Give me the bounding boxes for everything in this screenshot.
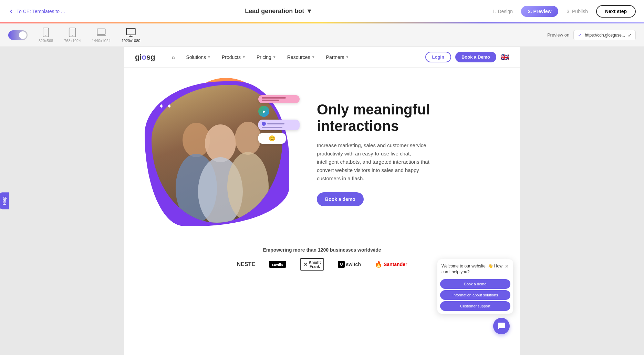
steps-area: 1. Design 2. Preview 3. Publish Next ste… [492, 5, 636, 18]
chat-bubble-1 [258, 95, 300, 103]
logo-o: o [142, 53, 146, 61]
hero-cta-button[interactable]: Book a demo [317, 192, 364, 206]
hero-text-area: Only meaningful interactions Increase ma… [310, 101, 506, 206]
step-2[interactable]: 2. Preview [521, 6, 559, 17]
website-content: giosg ⌂ Solutions ▼ Products ▼ Pricing ▼… [124, 47, 520, 355]
chat-bubble-smile: 😊 [258, 133, 286, 144]
top-bar: To CE: Templates to ... Lead generation … [0, 0, 644, 23]
device-320[interactable]: 320x568 [39, 28, 53, 43]
preview-area: Help giosg ⌂ Solutions ▼ Products ▼ Pric… [0, 47, 644, 355]
chat-info-solutions-button[interactable]: Information about solutions [440, 290, 510, 300]
pricing-caret-icon: ▼ [273, 55, 276, 59]
check-icon: ✓ [578, 32, 582, 38]
chat-customer-support-button[interactable]: Customer support [440, 301, 510, 311]
nav-products-label: Products [222, 54, 241, 60]
site-navigation: giosg ⌂ Solutions ▼ Products ▼ Pricing ▼… [124, 47, 520, 68]
nav-solutions-label: Solutions [186, 54, 206, 60]
switch-label: switch [346, 262, 361, 267]
nav-partners-label: Partners [326, 54, 344, 60]
step-3[interactable]: 3. Publish [567, 9, 588, 14]
bot-avatar: ● [258, 106, 269, 117]
svg-point-11 [227, 152, 269, 221]
chat-book-demo-button[interactable]: Book a demo [440, 279, 510, 289]
chat-fab-icon [497, 322, 506, 330]
kf-cross-icon: ✕ [303, 262, 308, 267]
device-768[interactable]: 768x1024 [64, 28, 81, 43]
site-nav-right: Login Book a Demo 🇬🇧 [425, 52, 509, 62]
home-nav-icon[interactable]: ⌂ [172, 54, 175, 60]
nav-products[interactable]: Products ▼ [222, 54, 246, 60]
bot-title-area: Lead generation bot ▼ [245, 8, 312, 15]
site-logo: giosg [135, 53, 155, 62]
svg-rect-5 [126, 28, 135, 35]
santander-logo: 🔥 Santander [375, 261, 407, 268]
next-step-button[interactable]: Next step [596, 5, 636, 18]
back-arrow-icon [8, 9, 14, 14]
partners-caret-icon: ▼ [345, 55, 349, 59]
preview-url-box[interactable]: ✓ https://cdn.giosguse... ⤢ [573, 30, 636, 40]
step-1[interactable]: 1. Design [492, 9, 513, 14]
nav-pricing[interactable]: Pricing ▼ [257, 54, 276, 60]
preview-url: https://cdn.giosguse... [585, 33, 625, 38]
svg-rect-4 [97, 29, 105, 34]
logo-gio: gi [135, 53, 142, 61]
language-icon[interactable]: 🇬🇧 [500, 53, 509, 61]
uswitch-logo: U switch [338, 261, 361, 268]
help-sidebar-tab[interactable]: Help [0, 193, 9, 210]
book-demo-nav-button[interactable]: Book a Demo [455, 52, 496, 62]
device-1440[interactable]: 1440x1024 [92, 28, 111, 43]
hero-section: ✦ ✦ ● [124, 68, 520, 240]
mobile-icon [41, 28, 51, 37]
device-1440-label: 1440x1024 [92, 39, 111, 43]
hero-title: Only meaningful interactions [317, 101, 506, 135]
preview-on-label: Preview on [547, 32, 569, 38]
knight-frank-label: KnightFrank [309, 260, 321, 268]
nav-pricing-label: Pricing [257, 54, 271, 60]
logo-sg: sg [146, 53, 155, 61]
svg-point-7 [205, 124, 236, 162]
dropdown-arrow-icon[interactable]: ▼ [306, 8, 312, 15]
nav-resources[interactable]: Resources ▼ [287, 54, 315, 60]
external-link-icon: ⤢ [628, 33, 631, 38]
laptop-icon [96, 28, 106, 37]
device-bar: 320x568 768x1024 1440x1024 1920x1080 Pre… [0, 23, 644, 47]
device-1920[interactable]: 1920x1080 [122, 28, 140, 43]
neste-logo: NESTE [237, 261, 255, 267]
svg-point-1 [45, 35, 46, 36]
bot-title: Lead generation bot [245, 8, 304, 15]
chat-bubble-2 [258, 120, 300, 130]
device-768-label: 768x1024 [64, 39, 81, 43]
desktop-icon [126, 28, 136, 37]
santander-label: Santander [384, 262, 407, 267]
preview-toggle[interactable] [8, 30, 28, 40]
nav-partners[interactable]: Partners ▼ [326, 54, 349, 60]
u-box-icon: U [338, 261, 345, 268]
knight-frank-logo: ✕ KnightFrank [300, 258, 324, 271]
nav-resources-label: Resources [287, 54, 310, 60]
nav-solutions[interactable]: Solutions ▼ [186, 54, 211, 60]
chat-greeting: Welcome to our website! 👋 How can I help… [442, 263, 505, 275]
chat-ui-overlays: ● 😊 [258, 95, 300, 144]
device-320-label: 320x568 [39, 39, 53, 43]
savills-logo: savills [269, 261, 286, 268]
avatar-circle-row: ● [258, 106, 300, 117]
chat-fab-button[interactable] [493, 318, 510, 334]
device-options: 320x568 768x1024 1440x1024 1920x1080 [8, 28, 140, 43]
resources-caret-icon: ▼ [312, 55, 315, 59]
logos-tagline: Empowering more than 1200 businesses wor… [138, 247, 506, 253]
chat-widget: Welcome to our website! 👋 How can I help… [437, 259, 513, 314]
preview-url-area: Preview on ✓ https://cdn.giosguse... ⤢ [547, 30, 636, 40]
chat-widget-header: Welcome to our website! 👋 How can I help… [437, 259, 513, 278]
back-label: To CE: Templates to ... [17, 9, 65, 14]
neste-label: NESTE [237, 261, 255, 267]
svg-point-3 [72, 35, 73, 36]
tablet-portrait-icon [67, 28, 77, 37]
chat-close-icon[interactable]: ✕ [505, 263, 509, 270]
back-navigation[interactable]: To CE: Templates to ... [8, 9, 65, 14]
toggle-area [8, 30, 28, 40]
login-button[interactable]: Login [425, 52, 451, 62]
sparkle-icon: ✦ ✦ [158, 102, 172, 110]
santander-flame-icon: 🔥 [375, 261, 382, 268]
hero-description: Increase marketing, sales and customer s… [317, 141, 434, 183]
help-label: Help [2, 197, 7, 205]
